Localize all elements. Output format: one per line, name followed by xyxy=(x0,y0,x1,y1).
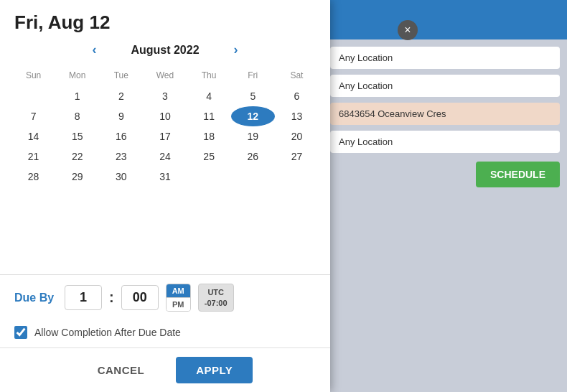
am-button[interactable]: AM xyxy=(167,284,190,297)
weekday-fri: Fri xyxy=(231,67,275,86)
calendar-week-0: 123456 xyxy=(11,86,319,106)
allow-completion-label: Allow Completion After Due Date xyxy=(34,327,181,338)
calendar-day-4[interactable]: 4 xyxy=(187,86,231,106)
next-month-button[interactable]: › xyxy=(228,39,244,60)
weekday-mon: Mon xyxy=(55,67,99,86)
calendar-day-26[interactable]: 26 xyxy=(231,146,275,167)
minutes-input[interactable] xyxy=(121,285,159,310)
checkbox-section: Allow Completion After Due Date xyxy=(0,320,330,347)
calendar-day-27[interactable]: 27 xyxy=(275,146,319,167)
timezone-button[interactable]: UTC-07:00 xyxy=(198,284,234,312)
cancel-button[interactable]: CANCEL xyxy=(78,357,165,383)
calendar-day-3[interactable]: 3 xyxy=(143,86,187,106)
calendar: ‹ August 2022 › Sun Mon Tue Wed Thu Fri … xyxy=(0,39,330,274)
date-picker-modal: Fri, Aug 12 ‹ August 2022 › Sun Mon Tue … xyxy=(0,0,330,392)
calendar-day-19[interactable]: 19 xyxy=(231,126,275,146)
bg-header xyxy=(323,0,567,39)
calendar-week-2: 14151617181920 xyxy=(11,126,319,146)
calendar-body: 1234567891011121314151617181920212223242… xyxy=(11,86,319,187)
close-button[interactable]: × xyxy=(398,20,418,40)
calendar-day-empty xyxy=(231,167,275,187)
calendar-day-8[interactable]: 8 xyxy=(55,106,99,126)
calendar-day-empty xyxy=(11,86,55,106)
calendar-day-20[interactable]: 20 xyxy=(275,126,319,146)
modal-footer: CANCEL APPLY xyxy=(0,347,330,392)
calendar-day-1[interactable]: 1 xyxy=(55,86,99,106)
calendar-day-15[interactable]: 15 xyxy=(55,126,99,146)
calendar-day-13[interactable]: 13 xyxy=(275,106,319,126)
calendar-day-25[interactable]: 25 xyxy=(187,146,231,167)
calendar-day-31[interactable]: 31 xyxy=(143,167,187,187)
calendar-day-21[interactable]: 21 xyxy=(11,146,55,167)
calendar-day-7[interactable]: 7 xyxy=(11,106,55,126)
calendar-day-12[interactable]: 12 xyxy=(231,106,275,126)
calendar-day-17[interactable]: 17 xyxy=(143,126,187,146)
time-colon: : xyxy=(109,289,114,306)
bg-row-1: Any Location xyxy=(330,47,560,69)
calendar-day-22[interactable]: 22 xyxy=(55,146,99,167)
bg-row-2: Any Location xyxy=(330,75,560,97)
calendar-day-23[interactable]: 23 xyxy=(99,146,143,167)
calendar-day-10[interactable]: 10 xyxy=(143,106,187,126)
calendar-grid: Sun Mon Tue Wed Thu Fri Sat 123456789101… xyxy=(11,67,319,187)
calendar-day-2[interactable]: 2 xyxy=(99,86,143,106)
due-by-label: Due By xyxy=(14,291,57,304)
calendar-day-9[interactable]: 9 xyxy=(99,106,143,126)
bg-row-4: Any Location xyxy=(330,131,560,153)
calendar-week-1: 78910111213 xyxy=(11,106,319,126)
prev-month-button[interactable]: ‹ xyxy=(86,39,102,60)
ampm-group: AM PM xyxy=(166,284,191,312)
weekday-wed: Wed xyxy=(143,67,187,86)
calendar-day-5[interactable]: 5 xyxy=(231,86,275,106)
calendar-day-11[interactable]: 11 xyxy=(187,106,231,126)
calendar-month-year: August 2022 xyxy=(131,44,199,57)
calendar-day-empty xyxy=(187,167,231,187)
allow-completion-checkbox[interactable] xyxy=(14,326,27,339)
modal-title: Fri, Aug 12 xyxy=(0,0,330,39)
weekday-thu: Thu xyxy=(187,67,231,86)
calendar-day-16[interactable]: 16 xyxy=(99,126,143,146)
calendar-nav: ‹ August 2022 › xyxy=(11,39,319,60)
weekday-sun: Sun xyxy=(11,67,55,86)
calendar-day-empty xyxy=(275,167,319,187)
schedule-button[interactable]: SCHEDULE xyxy=(476,162,560,187)
apply-button[interactable]: APPLY xyxy=(176,357,253,383)
pm-button[interactable]: PM xyxy=(167,298,190,311)
calendar-day-6[interactable]: 6 xyxy=(275,86,319,106)
calendar-day-29[interactable]: 29 xyxy=(55,167,99,187)
hour-input[interactable] xyxy=(65,285,102,310)
calendar-day-24[interactable]: 24 xyxy=(143,146,187,167)
bg-row-3: 6843654 Oceanview Cres xyxy=(330,103,560,125)
calendar-day-30[interactable]: 30 xyxy=(99,167,143,187)
bg-content: Any Location Any Location 6843654 Oceanv… xyxy=(323,39,567,392)
due-by-section: Due By : AM PM UTC-07:00 xyxy=(0,274,330,320)
calendar-day-18[interactable]: 18 xyxy=(187,126,231,146)
weekday-sat: Sat xyxy=(275,67,319,86)
calendar-day-28[interactable]: 28 xyxy=(11,167,55,187)
calendar-week-3: 21222324252627 xyxy=(11,146,319,167)
calendar-week-4: 28293031 xyxy=(11,167,319,187)
weekday-tue: Tue xyxy=(99,67,143,86)
calendar-weekdays-row: Sun Mon Tue Wed Thu Fri Sat xyxy=(11,67,319,86)
calendar-day-14[interactable]: 14 xyxy=(11,126,55,146)
